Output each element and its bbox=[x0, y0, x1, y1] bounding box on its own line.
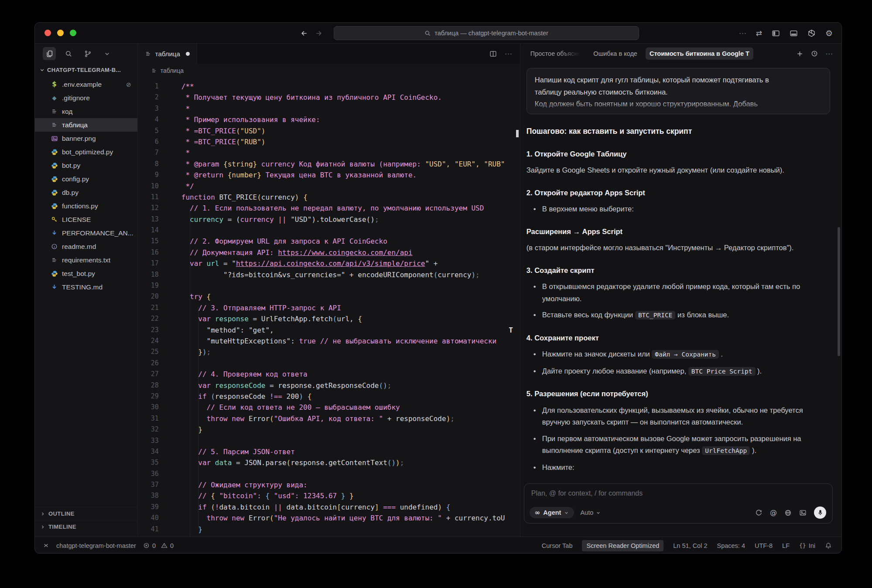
file-tree-item[interactable]: config.py bbox=[35, 172, 137, 186]
new-chat-icon[interactable] bbox=[796, 50, 804, 58]
workspace-name[interactable]: chatgpt-telegram-bot-master bbox=[56, 542, 136, 549]
code-line[interactable]: 12 // 1. Если пользователь не передал ва… bbox=[138, 203, 520, 214]
editor-tab[interactable]: таблица bbox=[138, 44, 197, 64]
code-area[interactable]: 1/**2 * Получает текущую цену биткоина и… bbox=[138, 78, 520, 535]
file-tree-item[interactable]: TESTING.md bbox=[35, 280, 137, 294]
file-tree-item[interactable]: banner.png bbox=[35, 132, 137, 145]
forward-icon[interactable] bbox=[315, 29, 323, 37]
file-tree-item[interactable]: bot_optimized.py bbox=[35, 145, 137, 159]
code-line[interactable]: 36 bbox=[138, 469, 520, 479]
file-tree-item[interactable]: functions.py bbox=[35, 199, 137, 213]
indentation-status[interactable]: Spaces: 4 bbox=[717, 542, 745, 549]
cube-icon[interactable] bbox=[807, 29, 816, 37]
code-line[interactable]: 30 // Если код ответа не 200 — выбрасыва… bbox=[138, 402, 520, 413]
usage-icon[interactable] bbox=[755, 509, 763, 517]
file-tree-item[interactable]: test_bot.py bbox=[35, 267, 137, 280]
panel-left-icon[interactable] bbox=[772, 29, 780, 37]
more-icon[interactable]: ⋯ bbox=[739, 30, 746, 37]
file-tree-item[interactable]: код bbox=[35, 105, 137, 118]
chat-scroll[interactable]: Напиши код скрипт для гугл таблицы, кото… bbox=[520, 64, 841, 483]
modified-dot-icon[interactable] bbox=[186, 52, 190, 56]
file-tree-item[interactable]: PERFORMANCE_AN... bbox=[35, 226, 137, 240]
remote-indicator[interactable] bbox=[43, 542, 49, 549]
window-search[interactable]: таблица — chatgpt-telegram-bot-master bbox=[334, 26, 639, 40]
code-line[interactable]: 35 var data = JSON.parse(response.getCon… bbox=[138, 457, 520, 468]
panel-bottom-icon[interactable] bbox=[790, 29, 798, 37]
cursor-tab-status[interactable]: Cursor Tab bbox=[542, 542, 573, 549]
scrollbar-decoration[interactable] bbox=[516, 130, 519, 137]
file-tree-item[interactable]: таблица bbox=[35, 118, 137, 132]
file-tree-item[interactable]: LICENSE bbox=[35, 213, 137, 226]
chat-tab[interactable]: Ошибка в коде bbox=[589, 48, 641, 60]
minimize-button[interactable] bbox=[57, 30, 64, 36]
code-line[interactable]: 29 if (responseCode !== 200) { bbox=[138, 391, 520, 402]
mic-button[interactable] bbox=[814, 506, 826, 519]
search-icon[interactable] bbox=[62, 47, 75, 60]
explorer-icon[interactable] bbox=[43, 47, 56, 60]
code-line[interactable]: 28 var responseCode = response.getRespon… bbox=[138, 380, 520, 391]
code-line[interactable]: 11function BTC_PRICE(currency) { bbox=[138, 192, 520, 203]
code-line[interactable]: 38 // { "bitcoin": { "usd": 12345.67 } } bbox=[138, 490, 520, 501]
notifications-bell-icon[interactable] bbox=[825, 542, 832, 549]
file-tree-item[interactable]: $.env.example⊘ bbox=[35, 78, 137, 91]
project-header[interactable]: CHATGPT-TELEGRAM-B... bbox=[35, 64, 137, 76]
split-editor-icon[interactable] bbox=[489, 50, 497, 58]
history-clock-icon[interactable] bbox=[811, 50, 818, 57]
encoding-status[interactable]: UTF-8 bbox=[755, 542, 773, 549]
code-line[interactable]: 15 // 2. Формируем URL для запроса к API… bbox=[138, 236, 520, 247]
back-icon[interactable] bbox=[300, 29, 308, 37]
code-line[interactable]: 27 // 4. Проверяем код ответа bbox=[138, 369, 520, 380]
chat-tab[interactable]: Простое объясне bbox=[527, 48, 585, 60]
file-tree-item[interactable]: bot.py bbox=[35, 159, 137, 172]
attach-image-icon[interactable] bbox=[799, 509, 807, 517]
globe-icon[interactable] bbox=[784, 509, 792, 517]
code-line[interactable]: 19 bbox=[138, 280, 520, 291]
more-icon[interactable]: ⋯ bbox=[825, 50, 833, 58]
code-line[interactable]: 16 // Документация API: https://www.coin… bbox=[138, 247, 520, 258]
code-line[interactable]: 7 * bbox=[138, 147, 520, 158]
zoom-button[interactable] bbox=[70, 30, 76, 36]
code-line[interactable]: 18 "?ids=bitcoin&vs_currencies=" + encod… bbox=[138, 269, 520, 280]
code-line[interactable]: 39 if (!data.bitcoin || data.bitcoin[cur… bbox=[138, 502, 520, 513]
model-select[interactable]: Auto bbox=[580, 509, 601, 516]
user-message[interactable]: Напиши код скрипт для гугл таблицы, кото… bbox=[527, 68, 830, 114]
chat-scrollbar[interactable] bbox=[838, 227, 840, 356]
language-mode[interactable]: {} Ini bbox=[799, 542, 815, 549]
code-line[interactable]: 1/** bbox=[138, 81, 520, 92]
code-line[interactable]: 10 */ bbox=[138, 181, 520, 192]
code-line[interactable]: 40 throw new Error("Не удалось найти цен… bbox=[138, 513, 520, 523]
code-line[interactable]: 2 * Получает текущую цену биткоина из пу… bbox=[138, 92, 520, 103]
outline-section[interactable]: OUTLINE bbox=[35, 507, 137, 520]
code-line[interactable]: 4 * Пример использования в ячейке: bbox=[138, 114, 520, 125]
code-line[interactable]: 25 }); bbox=[138, 347, 520, 357]
file-tree-item[interactable]: db.py bbox=[35, 186, 137, 199]
file-tree-item[interactable]: ◆.gitignore bbox=[35, 91, 137, 105]
code-line[interactable]: 26 bbox=[138, 358, 520, 369]
code-line[interactable]: 24 "muteHttpExceptions": true // не выбр… bbox=[138, 336, 520, 347]
at-mention-icon[interactable]: @ bbox=[770, 509, 777, 516]
file-tree-item[interactable]: requirements.txt bbox=[35, 253, 137, 267]
code-line[interactable]: 34 // 5. Парсим JSON-ответ bbox=[138, 446, 520, 457]
cursor-position[interactable]: Ln 51, Col 2 bbox=[673, 542, 707, 549]
more-icon[interactable]: ⋯ bbox=[505, 50, 512, 58]
problems-indicator[interactable]: 0 0 bbox=[143, 542, 174, 549]
code-line[interactable]: 8 * @param {string} currency Код фиатной… bbox=[138, 159, 520, 170]
timeline-section[interactable]: TIMELINE bbox=[35, 520, 137, 533]
code-line[interactable]: 14 bbox=[138, 225, 520, 236]
code-line[interactable]: 5 * =BTC_PRICE("USD") bbox=[138, 126, 520, 136]
code-line[interactable]: 37 // Ожидаем структуру вида: bbox=[138, 479, 520, 490]
code-line[interactable]: 22 var response = UrlFetchApp.fetch(url,… bbox=[138, 313, 520, 324]
code-line[interactable]: 6 * =BTC_PRICE("RUB") bbox=[138, 136, 520, 147]
code-line[interactable]: 33 bbox=[138, 435, 520, 446]
screen-reader-status[interactable]: Screen Reader Optimized bbox=[582, 540, 663, 551]
code-line[interactable]: 17 var url = "https://api.coingecko.com/… bbox=[138, 258, 520, 269]
chat-input[interactable]: Plan, @ for context, / for commands ∞ Ag… bbox=[524, 483, 833, 523]
code-line[interactable]: 20 try { bbox=[138, 291, 520, 302]
code-line[interactable]: 21 // 3. Отправляем HTTP-запрос к API bbox=[138, 302, 520, 313]
code-line[interactable]: 9 * @return {number} Текущая цена BTC в … bbox=[138, 170, 520, 180]
code-line[interactable]: 31 throw new Error("Ошибка API, код отве… bbox=[138, 413, 520, 424]
close-button[interactable] bbox=[44, 30, 51, 36]
gear-icon[interactable]: ⚙ bbox=[825, 29, 833, 37]
chevron-down-icon[interactable] bbox=[100, 47, 113, 60]
code-line[interactable]: 23 "method": "get", bbox=[138, 325, 520, 336]
